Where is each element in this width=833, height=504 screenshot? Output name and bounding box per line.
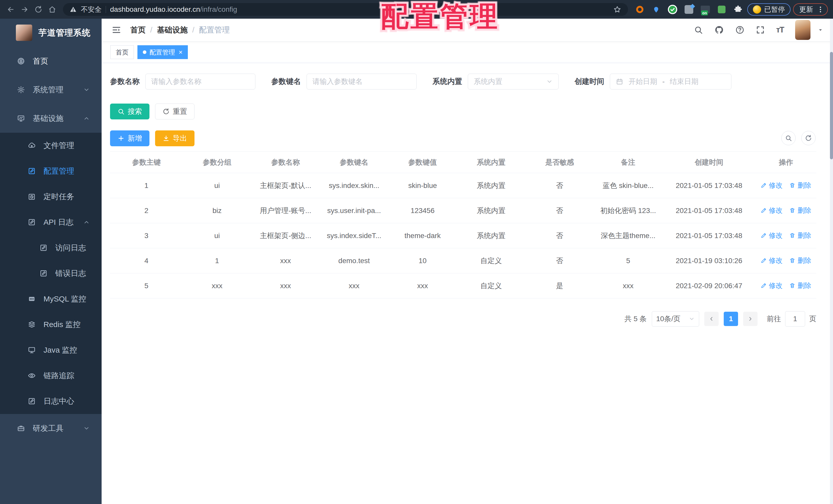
sidebar-logo-row[interactable]: 芋道管理系统 — [0, 19, 102, 47]
tags-view-bar: 首页配置管理× — [102, 42, 833, 63]
sidebar-collapse-button[interactable] — [111, 24, 122, 35]
extensions-puzzle-icon[interactable] — [733, 4, 743, 15]
github-icon[interactable] — [714, 25, 724, 35]
breadcrumb-item[interactable]: 首页 — [130, 25, 146, 35]
ext-green-tool-icon[interactable] — [717, 4, 727, 15]
sidebar: 芋道管理系统 首页系统管理基础设施文件管理配置管理定时任务API 日志访问日志错… — [0, 19, 102, 504]
delete-link[interactable]: 删除 — [789, 256, 811, 265]
ext-green-check-icon[interactable] — [667, 4, 678, 15]
goto-page-input[interactable] — [785, 311, 805, 327]
sidebar-item-dev-tools[interactable]: 研发工具 — [0, 414, 102, 443]
ext-orange-ring-icon[interactable] — [635, 4, 645, 15]
sidebar-item-file[interactable]: 文件管理 — [0, 133, 102, 158]
builtin-select-placeholder: 系统内置 — [474, 77, 502, 86]
ext-on-badge-icon[interactable]: on — [700, 4, 710, 15]
date-range-picker[interactable]: 开始日期 - 结束日期 — [610, 74, 731, 90]
edit-link[interactable]: 修改 — [761, 181, 783, 190]
search-button[interactable]: 搜索 — [110, 104, 149, 120]
table-cell: 2 — [110, 198, 183, 223]
breadcrumb-item[interactable]: 基础设施 — [157, 25, 188, 35]
table-actions-cell: 修改删除 — [756, 173, 816, 198]
help-icon[interactable] — [735, 25, 744, 34]
fullscreen-icon[interactable] — [756, 25, 765, 34]
tab-active-1[interactable]: 配置管理× — [138, 45, 188, 59]
chevron-down-icon[interactable] — [817, 27, 824, 33]
sidebar-item-mysql[interactable]: MySQL 监控 — [0, 286, 102, 312]
export-button[interactable]: 导出 — [155, 130, 194, 146]
sidebar-item-tracer[interactable]: 链路追踪 — [0, 363, 102, 388]
edit-square-icon — [27, 167, 37, 175]
delete-link[interactable]: 删除 — [789, 281, 811, 290]
security-warning-icon — [70, 6, 77, 13]
refresh-button[interactable] — [801, 131, 816, 145]
edit-link[interactable]: 修改 — [761, 256, 783, 265]
browser-update-button[interactable]: 更新 — [793, 3, 828, 16]
edit-link[interactable]: 修改 — [761, 231, 783, 240]
param-name-input[interactable] — [151, 77, 249, 86]
column-header: 参数分组 — [183, 152, 251, 173]
security-label[interactable]: 不安全 — [81, 5, 102, 14]
param-key-input[interactable] — [312, 77, 411, 86]
bookmark-star-icon[interactable] — [613, 5, 621, 14]
toggle-search-button[interactable] — [781, 131, 795, 145]
breadcrumb: 首页/基础设施/配置管理 — [130, 25, 230, 35]
edit-link[interactable]: 修改 — [761, 206, 783, 215]
sidebar-item-redis[interactable]: Redis 监控 — [0, 312, 102, 337]
pagination: 共 5 条 10条/页 1 前往 页 — [110, 311, 816, 327]
sidebar-item-home[interactable]: 首页 — [0, 47, 102, 75]
profile-paused-badge[interactable]: 已暂停 — [747, 3, 790, 16]
browser-reload-icon[interactable] — [33, 4, 44, 15]
log-icon — [27, 397, 37, 405]
add-button[interactable]: 新增 — [110, 130, 149, 146]
builtin-select[interactable]: 系统内置 — [468, 74, 559, 90]
window-scrollbar[interactable] — [830, 19, 833, 504]
table-header-row: 参数主键参数分组参数名称参数键名参数键值系统内置是否敏感备注创建时间操作 — [110, 152, 816, 173]
address-bar[interactable]: 不安全 dashboard.yudao.iocoder.cn/infra/con… — [63, 3, 628, 16]
monitor-chart-icon — [16, 114, 26, 123]
mysql-icon — [27, 295, 37, 303]
ext-blue-pin-icon[interactable] — [651, 4, 661, 15]
sidebar-item-api-log[interactable]: API 日志 — [0, 209, 102, 235]
table-cell: 5 — [594, 248, 663, 273]
sidebar-item-label: API 日志 — [44, 217, 73, 228]
sidebar-item-error-log[interactable]: 错误日志 — [0, 260, 102, 286]
builtin-label: 系统内置 — [432, 76, 462, 87]
sidebar-item-log-center[interactable]: 日志中心 — [0, 388, 102, 414]
prev-page-button[interactable] — [704, 312, 719, 326]
avatar[interactable] — [795, 20, 810, 40]
font-size-icon[interactable]: ᴛT — [776, 25, 784, 34]
browser-home-icon[interactable] — [47, 4, 58, 15]
ext-gray-box-icon[interactable] — [684, 4, 694, 15]
sidebar-item-infra[interactable]: 基础设施 — [0, 104, 102, 133]
table-cell: 深色主题theme... — [594, 223, 663, 248]
table-toolbar: 新增 导出 — [110, 130, 833, 146]
browser-forward-icon[interactable] — [19, 4, 30, 15]
delete-link[interactable]: 删除 — [789, 206, 811, 215]
table-cell: 用户管理-账号... — [251, 198, 320, 223]
chevron-up-icon — [83, 115, 90, 122]
sidebar-item-java[interactable]: Java 监控 — [0, 337, 102, 363]
edit-link[interactable]: 修改 — [761, 281, 783, 290]
scrollbar-thumb[interactable] — [830, 52, 833, 159]
page-size-select[interactable]: 10条/页 — [652, 311, 699, 327]
kebab-menu-icon[interactable] — [817, 6, 824, 13]
delete-link[interactable]: 删除 — [789, 231, 811, 240]
tab-close-icon[interactable]: × — [178, 49, 183, 55]
sidebar-item-access-log[interactable]: 访问日志 — [0, 235, 102, 260]
paused-label: 已暂停 — [764, 5, 785, 14]
search-icon[interactable] — [694, 25, 703, 34]
sidebar-item-system[interactable]: 系统管理 — [0, 75, 102, 104]
table-cell: xxx — [594, 273, 663, 298]
page-number-button[interactable]: 1 — [724, 312, 738, 326]
reset-button[interactable]: 重置 — [155, 104, 194, 120]
sidebar-item-job[interactable]: 定时任务 — [0, 184, 102, 209]
param-name-input-wrap — [145, 74, 255, 90]
cloud-upload-icon — [27, 142, 37, 150]
browser-back-icon[interactable] — [5, 4, 16, 15]
tab-0[interactable]: 首页 — [110, 45, 134, 59]
table-cell: 1 — [183, 248, 251, 273]
next-page-button[interactable] — [743, 312, 758, 326]
sidebar-item-config[interactable]: 配置管理 — [0, 158, 102, 184]
url-text[interactable]: dashboard.yudao.iocoder.cn/infra/config — [110, 5, 237, 14]
delete-link[interactable]: 删除 — [789, 181, 811, 190]
